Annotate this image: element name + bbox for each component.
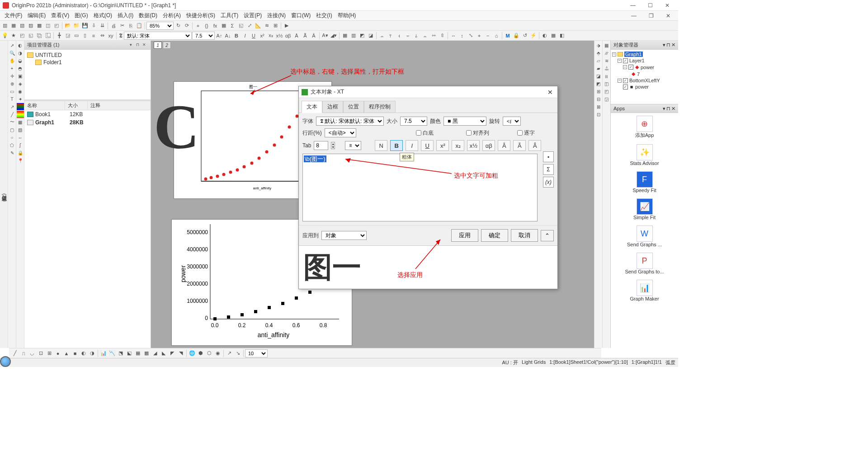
greek-btn[interactable]: αβ [482, 140, 495, 151]
bt14-icon[interactable]: ⬕ [125, 349, 133, 357]
pan-tool-icon[interactable]: ✋ [9, 57, 16, 64]
new-graph-icon[interactable]: ▧ [18, 22, 26, 30]
menu-connectivity[interactable]: 连接(N) [264, 11, 288, 20]
favorite-icon[interactable]: ★ [9, 32, 18, 40]
print-icon[interactable]: 🖨 [109, 22, 118, 30]
bt5-icon[interactable]: ⊞ [45, 349, 53, 357]
rt14-icon[interactable]: ⏃ [603, 65, 610, 72]
app-simple[interactable]: 📈Simple Fit [611, 196, 678, 223]
polygon-tool-icon[interactable]: ⬠ [9, 141, 16, 149]
rt12-icon[interactable]: ⫻ [603, 49, 610, 56]
maximize-button[interactable]: ☐ [642, 1, 658, 10]
align-middle-icon[interactable]: ⫰ [412, 32, 420, 40]
italic-icon[interactable]: I [241, 32, 249, 40]
menu-gadgets[interactable]: 快捷分析(S) [184, 11, 218, 20]
subscript-icon[interactable]: x₂ [267, 32, 275, 40]
dup2-icon[interactable]: ⿺ [44, 32, 52, 40]
minimize-button[interactable]: — [625, 1, 641, 10]
sup-btn[interactable]: x² [436, 140, 449, 151]
lt-mask-icon[interactable]: ▦ [17, 118, 24, 126]
frame-icon[interactable]: ▭ [72, 32, 80, 40]
lock-icon[interactable]: 🔒 [512, 32, 520, 40]
code-icon[interactable]: {} [203, 22, 211, 30]
dialog-tab-programming[interactable]: 程序控制 [364, 101, 396, 113]
circle-tool-icon[interactable]: ○ [9, 134, 16, 141]
hat-btn[interactable]: Â [528, 140, 541, 151]
bt19-icon[interactable]: ◤ [168, 349, 176, 357]
rt2-icon[interactable]: ⬘ [595, 49, 602, 56]
align-center-icon[interactable]: ⫯ [387, 32, 395, 40]
pe-root-folder[interactable]: UNTITLED [35, 52, 62, 58]
pointer-icon[interactable]: ➚ [9, 42, 16, 49]
lt1-icon[interactable]: ◐ [17, 42, 24, 49]
align-top-icon[interactable]: ⫟ [404, 32, 412, 40]
object-manager-tree[interactable]: −Graph1 −✓Layer1 −✓◆power ◆7 −✓BottomXLe… [611, 50, 678, 104]
lt-script-icon[interactable]: ʃ [17, 141, 24, 149]
results-icon[interactable]: ≋ [263, 22, 271, 30]
menu-graph[interactable]: 图(G) [72, 11, 90, 20]
bt7-icon[interactable]: ▲ [62, 349, 71, 357]
lt5-icon[interactable]: ▣ [17, 72, 24, 80]
collapse-button[interactable]: ⌃ [541, 230, 554, 241]
refresh2-icon[interactable]: ↺ [521, 32, 529, 40]
rect-tool-icon[interactable]: ▢ [9, 126, 16, 133]
symbol-btn[interactable]: ▪ [543, 151, 554, 162]
chk-align[interactable]: 对齐列 [466, 129, 489, 137]
zoomin-icon[interactable]: + [475, 32, 483, 40]
rt5-icon[interactable]: ◪ [595, 72, 602, 80]
close-button[interactable]: ✕ [659, 1, 675, 10]
pe-folder-tree[interactable]: UNTITLED Folder1 [24, 50, 151, 99]
align-bottom-icon[interactable]: ⫠ [421, 32, 429, 40]
arrow-tool-icon[interactable]: ↗ [9, 103, 16, 110]
menu-analysis[interactable]: 分析(A) [160, 11, 184, 20]
antialias-icon[interactable]: ◐ [541, 32, 549, 40]
ok-button[interactable]: 确定 [481, 229, 508, 242]
cut-icon[interactable]: ✂ [118, 22, 126, 30]
lt-gradient-icon[interactable] [17, 111, 24, 118]
rt13-icon[interactable]: ≋ [603, 57, 610, 64]
line-tool-icon[interactable]: ╱ [9, 111, 16, 118]
variable-btn[interactable]: (x) [543, 177, 554, 188]
apps-dropdown-icon[interactable]: ▾ [663, 106, 665, 112]
text-editor[interactable]: \b(图一) [302, 154, 538, 221]
lt-lock-icon[interactable]: 🔒 [17, 149, 24, 156]
lt-pin-icon[interactable]: 📍 [17, 157, 24, 164]
window1-icon[interactable]: ◰ [18, 32, 26, 40]
bt4-icon[interactable]: ⊡ [37, 349, 45, 357]
align-left-icon[interactable]: ⫠ [378, 32, 386, 40]
app-stats[interactable]: ✨Stats Advisor [611, 141, 678, 169]
new-notes-icon[interactable]: ◰ [52, 22, 61, 30]
chk-whitebg[interactable]: 白底 [416, 129, 434, 137]
font-select[interactable]: 𝕿 默认: 宋体默认: 宋体 [316, 117, 384, 126]
bt3-icon[interactable]: ◡ [28, 349, 36, 357]
applyto-select[interactable]: 对象 [321, 231, 367, 240]
line-select[interactable]: <自动> [325, 128, 356, 137]
rt10-icon[interactable]: ⊡ [595, 111, 602, 118]
bt1-icon[interactable]: ╱ [11, 349, 19, 357]
lt6-icon[interactable]: ◈ [17, 80, 24, 87]
apps-pin-icon[interactable]: ⊓ [666, 106, 670, 112]
layer-tab-2[interactable]: 2 [163, 42, 171, 49]
om-pin-icon[interactable]: ⊓ [666, 42, 670, 48]
xy-icon[interactable]: xy [107, 32, 115, 40]
menu-file[interactable]: 文件(F) [2, 11, 25, 20]
speedmode-icon[interactable]: ⚡ [529, 32, 538, 40]
lt-roi-icon[interactable]: ▧ [17, 126, 24, 133]
axes-icon[interactable]: ╋ [55, 32, 63, 40]
bt10-icon[interactable]: ◑ [88, 349, 96, 357]
roi-icon[interactable]: ◱ [237, 22, 245, 30]
sub-btn[interactable]: x₂ [452, 140, 464, 151]
doc-minimize-button[interactable]: — [626, 11, 642, 20]
distrib-v-icon[interactable]: ⇳ [438, 32, 446, 40]
front-icon[interactable]: ◩ [358, 32, 366, 40]
bt22-icon[interactable]: ⬢ [197, 349, 205, 357]
bt12-icon[interactable]: 📉 [108, 349, 116, 357]
rt17-icon[interactable]: ◰ [603, 88, 610, 95]
color-select[interactable]: ■ 黑 [443, 117, 486, 126]
lt8-icon[interactable]: ✦ [17, 95, 24, 103]
app-maker[interactable]: 📊Graph Maker [611, 277, 678, 304]
save-icon[interactable]: 💾 [81, 22, 89, 30]
menu-social[interactable]: 社交(I) [313, 11, 335, 20]
pe-col-name[interactable]: 名称 [24, 101, 65, 110]
new-matrix-icon[interactable]: ▨ [27, 22, 35, 30]
